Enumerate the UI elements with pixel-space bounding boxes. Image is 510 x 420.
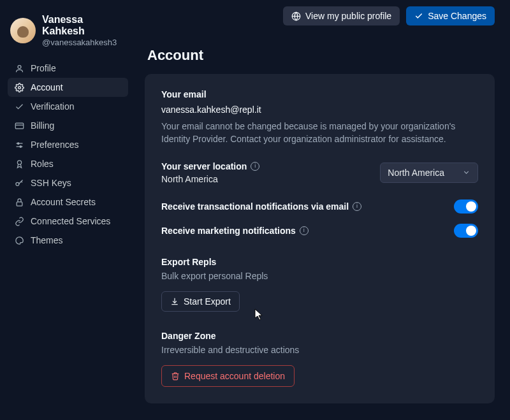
view-public-profile-button[interactable]: View my public profile [283,6,400,25]
chevron-down-icon [462,168,470,177]
check-icon [14,101,24,112]
export-subtitle: Bulk export personal Repls [161,270,478,282]
button-label: Save Changes [428,11,486,21]
card-icon [14,120,24,131]
sidebar-item-label: Billing [31,120,54,131]
sidebar-item-roles[interactable]: Roles [8,154,128,173]
account-panel: Your email vanessa.kahkesh@repl.it Your … [145,74,495,403]
svg-line-11 [21,181,22,182]
svg-rect-2 [15,123,24,129]
lock-icon [14,197,24,207]
profile-header: Vanessa Kahkesh @vanessakahkesh3 [8,14,128,56]
badge-icon [14,159,24,169]
email-section: Your email vanessa.kahkesh@repl.it Your … [161,89,478,146]
danger-subtitle: Irreversible and destructive actions [161,344,478,356]
user-icon [14,63,24,73]
globe-icon [291,11,301,21]
trash-icon [171,372,180,380]
email-value: vanessa.kahkesh@repl.it [161,105,478,115]
server-location-value: North America [161,174,259,184]
download-icon [170,297,179,306]
email-note: Your email cannot be changed because is … [161,120,461,146]
server-location-select[interactable]: North America [380,163,478,183]
info-icon[interactable]: i [251,162,259,171]
sidebar-item-label: Verification [31,101,74,112]
export-title: Export Repls [161,257,478,267]
sidebar-item-account[interactable]: Account [8,78,128,97]
sidebar-item-verification[interactable]: Verification [8,97,128,116]
export-section: Export Repls Bulk export personal Repls … [161,257,478,312]
nav-list: Profile Account Verification Billing [8,59,128,250]
danger-zone-section: Danger Zone Irreversible and destructive… [161,331,478,387]
server-location-label: Your server location [161,161,247,171]
sidebar-item-connected-services[interactable]: Connected Services [8,212,128,231]
sidebar: Vanessa Kahkesh @vanessakahkesh3 Profile… [0,0,136,420]
sidebar-item-preferences[interactable]: Preferences [8,135,128,154]
button-label: Request account deletion [184,371,285,381]
key-icon [14,178,24,188]
sidebar-item-label: Connected Services [31,216,110,226]
gear-icon [14,82,24,92]
info-icon[interactable]: i [353,202,361,211]
info-icon[interactable]: i [300,226,309,235]
danger-title: Danger Zone [161,331,478,341]
svg-rect-12 [17,201,22,205]
save-changes-button[interactable]: Save Changes [406,6,495,25]
sidebar-item-ssh-keys[interactable]: SSH Keys [8,173,128,192]
profile-handle: @vanessakahkesh3 [42,38,126,47]
email-label: Your email [161,89,478,99]
svg-point-1 [18,86,20,89]
avatar [10,18,36,43]
sidebar-item-label: Profile [31,63,56,73]
palette-icon [14,235,24,245]
main: View my public profile Save Changes Acco… [136,0,510,420]
sidebar-item-label: Themes [31,235,63,245]
marketing-label: Receive marketing notifications [161,226,296,236]
server-location-row: Your server location i North America Nor… [161,161,478,184]
sidebar-item-profile[interactable]: Profile [8,59,128,78]
profile-name: Vanessa Kahkesh [42,14,126,37]
transactional-notifications-row: Receive transactional notifications via … [161,199,478,214]
sidebar-item-label: SSH Keys [31,178,71,188]
transactional-toggle[interactable] [454,199,478,214]
start-export-button[interactable]: Start Export [161,291,240,312]
svg-point-0 [18,65,21,68]
button-label: View my public profile [305,11,391,21]
svg-point-7 [20,145,22,147]
svg-point-8 [17,160,21,164]
sidebar-item-billing[interactable]: Billing [8,116,128,135]
sidebar-item-label: Account Secrets [31,197,96,207]
sidebar-item-label: Account [31,82,63,92]
sidebar-item-label: Preferences [31,140,78,150]
marketing-toggle[interactable] [454,224,478,238]
sidebar-item-themes[interactable]: Themes [8,231,128,250]
svg-point-9 [15,182,18,185]
button-label: Start Export [184,296,231,307]
topbar: View my public profile Save Changes [145,6,495,25]
sidebar-item-label: Roles [31,159,54,169]
page-title: Account [147,47,495,64]
request-account-deletion-button[interactable]: Request account deletion [161,365,295,387]
check-icon [414,11,423,20]
sliders-icon [14,140,24,150]
select-value: North America [388,168,444,178]
sidebar-item-account-secrets[interactable]: Account Secrets [8,192,128,212]
link-icon [14,216,24,226]
svg-point-6 [17,142,19,144]
transactional-label: Receive transactional notifications via … [161,201,349,212]
marketing-notifications-row: Receive marketing notifications i [161,224,478,238]
